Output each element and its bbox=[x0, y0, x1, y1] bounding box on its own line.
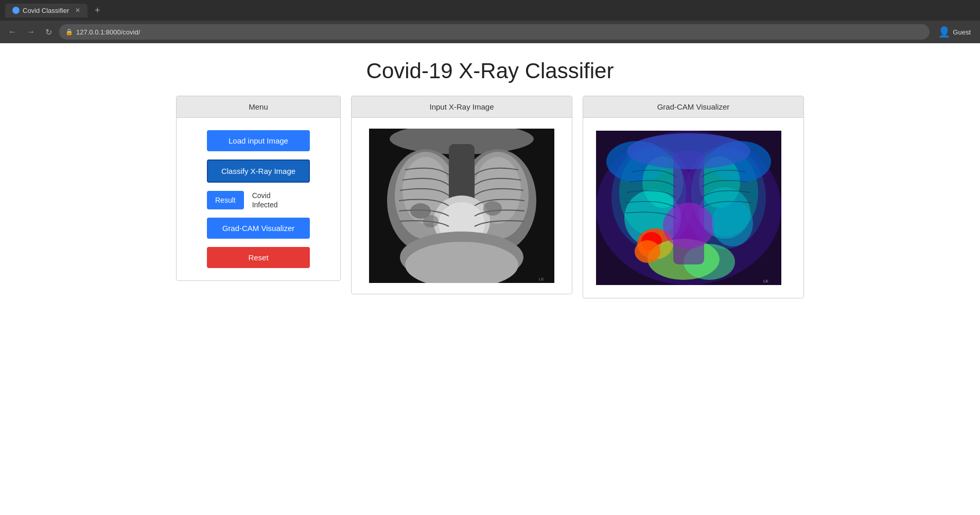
menu-panel: Menu Load input Image Classify X-Ray Ima… bbox=[176, 96, 341, 281]
reset-button[interactable]: Reset bbox=[207, 247, 310, 268]
forward-button[interactable]: → bbox=[24, 25, 38, 39]
xray-panel: Input X-Ray Image bbox=[351, 96, 572, 294]
active-tab[interactable]: Covid Classifier ✕ bbox=[5, 4, 87, 17]
xray-header-text: Input X-Ray Image bbox=[429, 102, 494, 111]
new-tab-button[interactable]: + bbox=[92, 4, 103, 17]
lock-icon: 🔒 bbox=[65, 28, 73, 35]
svg-point-37 bbox=[627, 133, 750, 169]
panels-container: Menu Load input Image Classify X-Ray Ima… bbox=[21, 96, 959, 298]
svg-text:LE: LE bbox=[539, 277, 544, 281]
user-label: Guest bbox=[953, 28, 971, 36]
result-text: Covid Infected bbox=[252, 191, 278, 209]
menu-panel-header: Menu bbox=[177, 96, 340, 118]
user-icon: 👤 bbox=[938, 26, 951, 38]
menu-panel-body: Load input Image Classify X-Ray Image Re… bbox=[177, 118, 340, 280]
tab-favicon bbox=[12, 7, 20, 14]
result-row: Result Covid Infected bbox=[207, 191, 310, 209]
browser-tab-bar: Covid Classifier ✕ + bbox=[0, 0, 980, 21]
svg-point-14 bbox=[423, 215, 439, 227]
page-title: Covid-19 X-Ray Classifier bbox=[21, 59, 959, 83]
gradcam-image: LE bbox=[596, 131, 781, 285]
gradcam-panel: Grad-CAM Visualizer bbox=[583, 96, 804, 298]
result-button[interactable]: Result bbox=[207, 191, 244, 209]
gradcam-image-container: LE bbox=[593, 128, 784, 288]
xray-image: LE bbox=[369, 129, 554, 283]
browser-navigation-bar: ← → ↻ 🔒 127.0.0.1:8000/covid/ 👤 Guest bbox=[0, 21, 980, 43]
user-account-button[interactable]: 👤 Guest bbox=[934, 24, 975, 40]
gradcam-panel-header: Grad-CAM Visualizer bbox=[583, 96, 803, 118]
page-content: Covid-19 X-Ray Classifier Menu Load inpu… bbox=[0, 43, 980, 515]
svg-point-33 bbox=[635, 240, 660, 263]
gradcam-header-text: Grad-CAM Visualizer bbox=[657, 102, 730, 111]
svg-point-35 bbox=[663, 203, 714, 249]
gradcam-button[interactable]: Grad-CAM Visualizer bbox=[207, 218, 310, 239]
back-button[interactable]: ← bbox=[5, 25, 20, 39]
tab-close-button[interactable]: ✕ bbox=[75, 7, 80, 14]
svg-text:LE: LE bbox=[763, 279, 768, 283]
url-text: 127.0.0.1:8000/covid/ bbox=[76, 28, 140, 36]
xray-panel-header: Input X-Ray Image bbox=[352, 96, 572, 118]
load-image-button[interactable]: Load input Image bbox=[207, 130, 310, 151]
xray-panel-body: LE bbox=[352, 118, 572, 294]
svg-point-36 bbox=[712, 200, 753, 246]
address-bar[interactable]: 🔒 127.0.0.1:8000/covid/ bbox=[59, 24, 930, 40]
gradcam-panel-body: LE bbox=[583, 118, 803, 298]
tab-title: Covid Classifier bbox=[23, 7, 69, 14]
xray-image-container: LE bbox=[366, 126, 557, 286]
svg-point-15 bbox=[483, 201, 502, 216]
classify-button[interactable]: Classify X-Ray Image bbox=[207, 159, 310, 183]
result-text-line1: Covid bbox=[252, 191, 271, 200]
result-text-line2: Infected bbox=[252, 201, 278, 209]
menu-header-text: Menu bbox=[249, 102, 268, 111]
reload-button[interactable]: ↻ bbox=[42, 25, 55, 39]
